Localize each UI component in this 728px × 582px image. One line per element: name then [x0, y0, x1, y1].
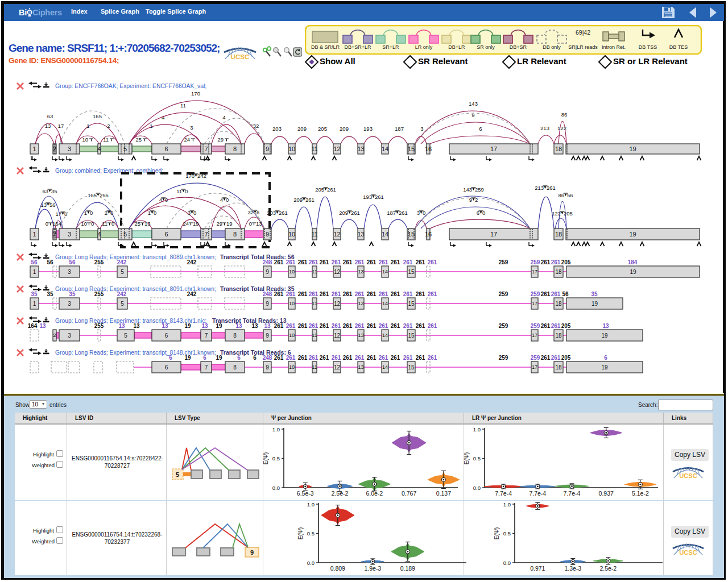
svg-text:12: 12 — [334, 301, 341, 307]
svg-text:261: 261 — [541, 259, 551, 265]
svg-text:0: 0 — [46, 221, 48, 227]
svg-text:1.0: 1.0 — [307, 501, 315, 508]
svg-text:261: 261 — [403, 291, 413, 297]
svg-text:11: 11 — [312, 332, 317, 338]
svg-text:261: 261 — [355, 291, 365, 297]
svg-text:2: 2 — [107, 123, 110, 129]
svg-text:7: 7 — [204, 146, 208, 152]
svg-text:261: 261 — [428, 291, 437, 297]
svg-text:242: 242 — [197, 173, 206, 179]
svg-text:11: 11 — [312, 269, 317, 275]
svg-text:261: 261 — [332, 291, 341, 297]
svg-text:209: 209 — [293, 197, 303, 203]
svg-text:261: 261 — [309, 323, 318, 329]
svg-text:1.0: 1.0 — [272, 426, 280, 433]
svg-text:13: 13 — [201, 323, 208, 329]
svg-text:6: 6 — [604, 355, 607, 361]
svg-text:203: 203 — [272, 126, 282, 132]
svg-text:17: 17 — [532, 332, 537, 338]
svg-text:255: 255 — [94, 323, 104, 329]
svg-text:9: 9 — [266, 301, 269, 307]
svg-text:24: 24 — [184, 136, 190, 143]
svg-text:205: 205 — [564, 210, 573, 217]
svg-text:1.0: 1.0 — [503, 501, 511, 508]
svg-text:0: 0 — [249, 221, 252, 227]
svg-text:19: 19 — [184, 323, 191, 329]
svg-text:209: 209 — [339, 210, 348, 216]
svg-text:261: 261 — [343, 291, 353, 297]
svg-text:261: 261 — [379, 355, 388, 361]
svg-text:2: 2 — [53, 146, 56, 152]
svg-text:261: 261 — [309, 291, 318, 297]
svg-text:19: 19 — [629, 231, 636, 238]
svg-text:13: 13 — [357, 231, 364, 238]
svg-text:164: 164 — [52, 221, 61, 227]
svg-text:24: 24 — [183, 221, 189, 227]
svg-text:261: 261 — [298, 355, 308, 361]
svg-text:5: 5 — [121, 301, 124, 307]
svg-text:261: 261 — [541, 323, 551, 329]
svg-text:8: 8 — [233, 332, 237, 339]
svg-text:9: 9 — [266, 146, 269, 152]
svg-text:1: 1 — [86, 123, 89, 129]
svg-text:3: 3 — [68, 231, 71, 238]
svg-text:10: 10 — [289, 364, 295, 370]
svg-text:205: 205 — [561, 259, 571, 265]
svg-text:170: 170 — [191, 90, 200, 97]
svg-text:4: 4 — [162, 114, 164, 120]
svg-text:261: 261 — [428, 259, 437, 265]
svg-text:143: 143 — [469, 101, 478, 107]
svg-text:259: 259 — [499, 323, 508, 329]
svg-text:17: 17 — [58, 123, 64, 129]
svg-text:0.0: 0.0 — [503, 560, 511, 566]
svg-text:1: 1 — [32, 231, 36, 238]
svg-text:Transcript Total Reads: 35: Transcript Total Reads: 35 — [220, 285, 295, 292]
svg-text:35: 35 — [69, 291, 76, 297]
svg-text:UCSC: UCSC — [679, 472, 697, 479]
svg-text:0.5: 0.5 — [503, 530, 511, 537]
svg-text:13: 13 — [358, 269, 363, 275]
svg-text:261: 261 — [355, 355, 365, 361]
svg-text:10: 10 — [289, 269, 295, 275]
svg-text:261: 261 — [298, 291, 308, 297]
svg-text:19: 19 — [601, 364, 608, 371]
svg-text:261: 261 — [547, 185, 556, 191]
svg-text:13: 13 — [118, 323, 125, 329]
svg-text:35: 35 — [51, 188, 57, 194]
svg-text:261: 261 — [428, 323, 437, 329]
svg-text:187: 187 — [387, 210, 396, 216]
svg-text:17: 17 — [490, 231, 497, 238]
svg-text:261: 261 — [320, 355, 329, 361]
svg-text:259: 259 — [531, 291, 540, 297]
svg-text:16: 16 — [425, 231, 432, 238]
svg-text:5: 5 — [123, 146, 127, 152]
svg-text:18: 18 — [555, 269, 562, 275]
svg-text:261: 261 — [305, 197, 315, 203]
svg-text:63: 63 — [47, 113, 53, 119]
svg-text:122: 122 — [557, 125, 566, 131]
svg-text:5.1e-2: 5.1e-2 — [632, 490, 649, 497]
svg-text:165: 165 — [93, 113, 102, 119]
svg-text:29: 29 — [217, 136, 224, 143]
svg-text:63: 63 — [42, 188, 48, 194]
svg-text:5: 5 — [121, 269, 124, 275]
svg-text:205: 205 — [561, 355, 571, 361]
svg-text:261: 261 — [541, 291, 551, 297]
svg-text:13: 13 — [256, 221, 262, 227]
svg-text:2: 2 — [53, 332, 56, 338]
svg-text:Group: combined; Experiment: c: Group: combined; Experiment: combined; — [55, 168, 163, 174]
svg-text:261: 261 — [320, 259, 329, 265]
svg-text:0.937: 0.937 — [599, 490, 614, 497]
svg-text:15: 15 — [408, 146, 415, 152]
svg-text:56: 56 — [31, 259, 38, 265]
svg-text:193: 193 — [363, 194, 372, 200]
svg-text:29: 29 — [216, 221, 222, 227]
svg-text:261: 261 — [416, 259, 425, 265]
svg-text:15: 15 — [408, 301, 415, 307]
svg-text:E(Ψ): E(Ψ) — [494, 527, 500, 540]
svg-text:14: 14 — [382, 146, 388, 152]
svg-text:255: 255 — [94, 259, 104, 265]
svg-text:25: 25 — [135, 136, 142, 143]
svg-text:1.9e-3: 1.9e-3 — [364, 565, 381, 572]
svg-text:1: 1 — [33, 301, 36, 307]
